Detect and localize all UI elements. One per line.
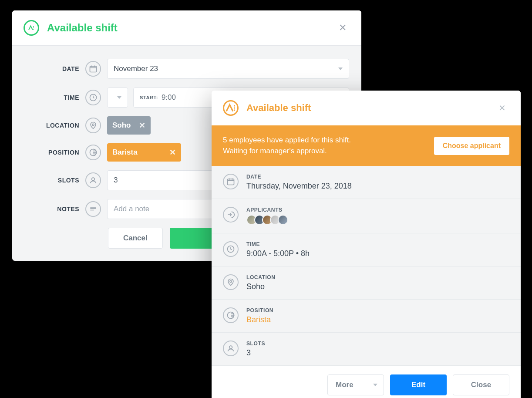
detail-applicants-row: APPLICANTS bbox=[212, 199, 521, 233]
svg-point-2 bbox=[92, 124, 94, 125]
location-chip-label: Soho bbox=[112, 121, 131, 130]
time-start-value: 9:00 bbox=[162, 93, 176, 102]
date-row: DATE November 23 bbox=[24, 59, 349, 79]
notes-label: NOTES bbox=[24, 206, 85, 212]
position-chip-label: Barista bbox=[112, 148, 138, 157]
location-pin-icon bbox=[223, 274, 239, 290]
detail-position-label: POSITION bbox=[246, 307, 509, 314]
detail-location-label: LOCATION bbox=[246, 274, 509, 280]
date-select[interactable]: November 23 bbox=[107, 59, 349, 79]
arrow-in-icon bbox=[223, 207, 239, 223]
modal-title: Available shift bbox=[47, 22, 335, 34]
location-pin-icon bbox=[85, 118, 101, 133]
svg-point-9 bbox=[229, 346, 232, 349]
detail-position-row: POSITION Barista bbox=[212, 299, 521, 332]
clock-icon bbox=[223, 241, 239, 257]
modal-header: Available shift ✕ bbox=[12, 10, 361, 46]
calendar-icon bbox=[223, 174, 239, 189]
detail-info-list: DATE Thursday, November 23, 2018 APPLICA… bbox=[212, 166, 521, 365]
close-button[interactable]: Close bbox=[453, 374, 509, 395]
cancel-button[interactable]: Cancel bbox=[108, 228, 163, 249]
more-button-label: More bbox=[336, 381, 354, 389]
detail-time-row: TIME 9:00A - 5:00P • 8h bbox=[212, 233, 521, 266]
more-button[interactable]: More bbox=[327, 374, 384, 395]
slots-label: SLOTS bbox=[24, 177, 85, 184]
person-icon bbox=[85, 172, 101, 188]
avatar[interactable] bbox=[278, 215, 288, 225]
detail-time-label: TIME bbox=[246, 241, 509, 247]
position-chip[interactable]: Barista ✕ bbox=[107, 143, 181, 162]
time-preset-select[interactable] bbox=[107, 88, 128, 108]
modal-title: Available shift bbox=[246, 102, 495, 114]
detail-slots-value: 3 bbox=[246, 348, 509, 358]
remove-chip-icon[interactable]: ✕ bbox=[169, 148, 176, 157]
svg-rect-5 bbox=[228, 179, 234, 185]
applicant-avatars[interactable] bbox=[246, 215, 509, 225]
edit-button[interactable]: Edit bbox=[390, 374, 447, 395]
applicants-banner: 5 employees have applied for this shift.… bbox=[212, 125, 521, 166]
detail-location-value: Soho bbox=[246, 282, 509, 291]
position-icon bbox=[85, 145, 101, 160]
time-start-label: START: bbox=[140, 95, 158, 100]
location-label: LOCATION bbox=[24, 122, 85, 129]
detail-date-row: DATE Thursday, November 23, 2018 bbox=[212, 166, 521, 199]
calendar-icon bbox=[85, 61, 101, 77]
available-shift-detail-modal: Available shift ✕ 5 employees have appli… bbox=[212, 91, 521, 398]
detail-time-value: 9:00A - 5:00P • 8h bbox=[246, 249, 509, 258]
detail-date-label: DATE bbox=[246, 174, 509, 180]
date-value: November 23 bbox=[114, 64, 158, 73]
detail-position-value: Barista bbox=[246, 315, 509, 324]
banner-line2: Waiting for manager's approval. bbox=[223, 146, 351, 157]
detail-applicants-label: APPLICANTS bbox=[246, 207, 509, 213]
svg-rect-0 bbox=[90, 66, 97, 72]
close-icon[interactable]: ✕ bbox=[495, 101, 509, 115]
position-icon bbox=[223, 307, 239, 323]
detail-slots-label: SLOTS bbox=[246, 341, 509, 347]
modal-header: Available shift ✕ bbox=[212, 91, 521, 125]
app-logo-icon bbox=[223, 100, 239, 116]
choose-applicant-button[interactable]: Choose applicant bbox=[434, 137, 509, 155]
time-label: TIME bbox=[24, 94, 85, 101]
banner-text: 5 employees have applied for this shift.… bbox=[223, 135, 351, 156]
location-chip[interactable]: Soho ✕ bbox=[107, 116, 151, 135]
chevron-down-icon bbox=[373, 384, 377, 386]
detail-modal-footer: More Edit Close bbox=[212, 365, 521, 398]
banner-line1: 5 employees have applied for this shift. bbox=[223, 135, 351, 146]
date-label: DATE bbox=[24, 65, 85, 72]
svg-point-7 bbox=[230, 281, 232, 283]
remove-chip-icon[interactable]: ✕ bbox=[139, 121, 145, 130]
svg-point-4 bbox=[92, 178, 95, 181]
person-icon bbox=[223, 341, 239, 356]
app-logo-icon bbox=[24, 20, 39, 36]
detail-location-row: LOCATION Soho bbox=[212, 266, 521, 299]
chevron-down-icon bbox=[117, 96, 121, 99]
close-icon[interactable]: ✕ bbox=[335, 20, 350, 35]
detail-slots-row: SLOTS 3 bbox=[212, 332, 521, 365]
clock-icon bbox=[85, 90, 101, 105]
chevron-down-icon bbox=[338, 67, 343, 70]
position-label: POSITION bbox=[24, 149, 85, 156]
detail-date-value: Thursday, November 23, 2018 bbox=[246, 182, 509, 191]
notes-icon bbox=[85, 201, 101, 217]
